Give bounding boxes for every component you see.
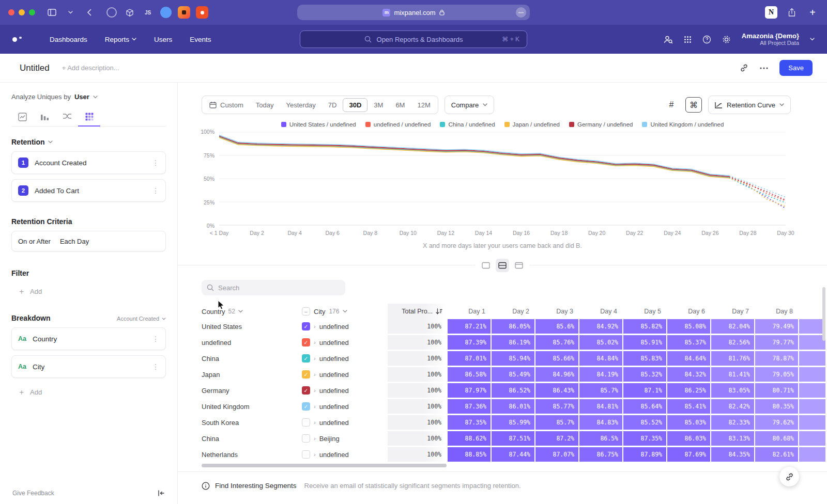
legend-item-united-states-undefined[interactable]: United States / undefined [281,121,356,128]
apps-grid-icon[interactable] [684,36,692,43]
legend-item-germany-undefined[interactable]: Germany / undefined [569,121,633,128]
tab-retention-icon[interactable] [78,109,100,127]
date-range-yesterday[interactable]: Yesterday [280,98,322,112]
breakdown-property-label[interactable]: City [33,363,152,371]
table-only-view-icon[interactable] [512,259,526,272]
extension-blue-icon[interactable] [160,6,172,19]
row-checkbox[interactable]: ✓ [302,354,310,363]
city-column-header[interactable]: – City 176 [300,307,388,316]
mixpanel-logo[interactable] [12,37,28,42]
row-checkbox[interactable]: ✓ [302,386,310,395]
day-column-header[interactable]: Day 6 [667,308,710,315]
breakdown-property-label[interactable]: Country [33,335,152,343]
date-range-today[interactable]: Today [250,98,280,112]
extension-js-icon[interactable]: JS [142,6,154,19]
notion-extension-icon[interactable]: N [765,6,777,19]
day-column-header[interactable]: Day 8 [755,308,798,315]
expand-chevron-icon[interactable]: › [314,403,316,410]
chart-only-view-icon[interactable] [479,259,493,272]
find-segments-button[interactable]: Find Interesting Segments [202,482,297,490]
horizontal-scrollbar-thumb[interactable] [202,464,447,467]
step-event-label[interactable]: Account Created [35,159,152,167]
back-icon[interactable] [83,6,95,19]
nav-item-events[interactable]: Events [190,36,211,43]
add-description-placeholder[interactable]: + Add description... [62,64,119,72]
table-search-input[interactable]: Search [202,280,345,295]
legend-item-china-undefined[interactable]: China / undefined [440,121,495,128]
legend-item-united-kingdom-undefined[interactable]: United Kingdom / undefined [642,121,724,128]
kebab-menu-icon[interactable]: ⋮ [152,335,159,342]
date-range-custom[interactable]: Custom [203,98,250,112]
criteria-value[interactable]: Each Day [60,238,89,245]
tab-insights-icon[interactable] [11,109,34,126]
expand-chevron-icon[interactable]: › [314,323,316,329]
share-icon[interactable] [786,6,798,19]
vertical-scrollbar-thumb[interactable] [822,287,825,341]
extension-cube-icon[interactable] [124,6,136,19]
help-icon[interactable] [702,35,711,44]
day-column-header[interactable]: Day 7 [711,308,754,315]
kebab-menu-icon[interactable]: ⋮ [152,187,159,194]
legend-item-undefined-undefined[interactable]: undefined / undefined [365,121,431,128]
day-column-header[interactable]: Day 2 [492,308,534,315]
extension-red-icon[interactable] [196,6,208,19]
breakdown-scope-selector[interactable]: Account Created [117,316,166,322]
expand-chevron-icon[interactable]: › [314,435,316,442]
legend-item-japan-undefined[interactable]: Japan / undefined [504,121,560,128]
extension-orange-icon[interactable] [178,6,190,19]
annotations-icon[interactable]: # [664,97,679,113]
add-filter-button[interactable]: ＋ Add [11,287,166,296]
expand-chevron-icon[interactable]: › [314,387,316,393]
date-range-30d[interactable]: 30D [343,98,367,112]
site-options-icon[interactable] [516,7,526,18]
minimize-window-button[interactable] [19,9,25,15]
expand-chevron-icon[interactable]: › [314,355,316,361]
day-column-header[interactable]: Day 5 [623,308,666,315]
analyze-value[interactable]: User [74,93,89,101]
gear-icon[interactable] [722,35,731,44]
kebab-menu-icon[interactable]: ⋮ [152,159,159,166]
report-title[interactable]: Untitled [20,63,50,73]
expand-chevron-icon[interactable]: › [314,371,316,377]
tab-flows-icon[interactable] [56,109,78,126]
row-checkbox[interactable]: ✓ [302,370,310,379]
chevron-down-icon[interactable] [810,38,815,41]
user-search-icon[interactable] [664,35,673,44]
row-checkbox[interactable]: ✓ [302,338,310,346]
expand-chevron-icon[interactable]: › [314,419,316,426]
day-column-header[interactable]: Day 1 [448,308,491,315]
kebab-menu-icon[interactable]: ⋮ [152,363,159,370]
day-column-header[interactable]: Day 4 [579,308,622,315]
criteria-condition[interactable]: On or After [18,238,51,245]
browser-sidebar-toggle-icon[interactable] [45,6,58,19]
day-column-header[interactable]: Day 3 [535,308,578,315]
save-button[interactable]: Save [779,60,813,76]
add-breakdown-button[interactable]: ＋ Add [11,387,166,397]
expand-chevron-icon[interactable]: › [314,339,316,345]
country-column-header[interactable]: Country 52 [202,308,300,316]
compare-button[interactable]: Compare [445,96,494,114]
give-feedback-link[interactable]: Give Feedback [12,490,54,497]
expand-chevron-icon[interactable]: › [314,451,316,458]
nav-item-users[interactable]: Users [154,36,172,43]
row-checkbox[interactable] [302,434,310,443]
close-window-button[interactable] [8,9,14,15]
nav-item-reports[interactable]: Reports [105,36,136,43]
chevron-down-icon[interactable] [64,6,76,19]
date-range-12m[interactable]: 12M [411,98,436,112]
project-switcher[interactable]: Amazonia {Demo} All Project Data [742,32,799,47]
collapse-sidebar-icon[interactable] [158,490,165,496]
date-range-7d[interactable]: 7D [322,98,343,112]
row-checkbox[interactable] [302,418,310,427]
row-checkbox[interactable] [302,450,310,459]
more-options-icon[interactable] [760,67,768,69]
total-column-header[interactable]: Total Pro... [388,304,448,319]
row-checkbox[interactable]: ✓ [302,402,310,411]
extension-ring-icon[interactable] [105,6,118,19]
select-all-checkbox[interactable]: – [302,307,310,316]
keyboard-shortcuts-icon[interactable]: ⌘ [685,97,702,113]
breakdown-card-city[interactable]: Aa City ⋮ [11,355,166,378]
copy-link-icon[interactable] [740,64,748,72]
address-bar[interactable]: m mixpanel.com [297,5,530,20]
step-event-label[interactable]: Added To Cart [35,187,152,195]
